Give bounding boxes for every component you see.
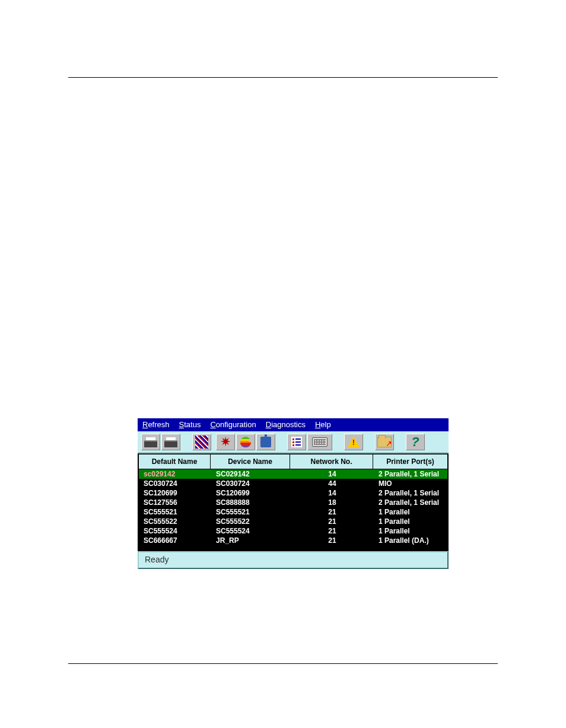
menu-status[interactable]: Status bbox=[179, 420, 201, 429]
novell-icon bbox=[220, 436, 231, 448]
toolbar: ↗ ? bbox=[138, 431, 449, 454]
toolbar-connect-button[interactable] bbox=[141, 434, 160, 450]
connect-icon bbox=[144, 437, 157, 447]
lanman-icon bbox=[260, 437, 271, 447]
menu-configuration[interactable]: Configuration bbox=[210, 420, 256, 429]
cell-default-name: SC127556 bbox=[139, 498, 211, 507]
cell-printer-ports: 2 Parallel, 1 Serial bbox=[374, 469, 447, 479]
apple-icon bbox=[240, 437, 251, 447]
cell-device-name: JR_RP bbox=[211, 536, 291, 545]
cell-device-name: SC555524 bbox=[211, 526, 291, 536]
cell-default-name: sc029142 bbox=[139, 469, 211, 479]
open-folder-icon: ↗ bbox=[377, 437, 392, 447]
cell-network-no: 18 bbox=[291, 498, 374, 507]
cell-device-name: SC555522 bbox=[211, 517, 291, 526]
list-icon bbox=[291, 437, 302, 447]
toolbar-list-button[interactable] bbox=[287, 434, 306, 450]
cell-network-no: 21 bbox=[291, 526, 374, 536]
toolbar-apple-button[interactable] bbox=[236, 434, 255, 450]
cell-printer-ports: 1 Parallel bbox=[374, 517, 447, 526]
cell-network-no: 14 bbox=[291, 488, 374, 498]
menu-refresh[interactable]: Refresh bbox=[142, 420, 170, 429]
cell-network-no: 44 bbox=[291, 479, 374, 488]
header-device-name[interactable]: Device Name bbox=[210, 454, 290, 469]
table-row[interactable]: SC555524SC555524211 Parallel bbox=[139, 526, 447, 536]
network-icon bbox=[195, 435, 208, 449]
table-row[interactable]: SC555522SC555522211 Parallel bbox=[139, 517, 447, 526]
table-row[interactable]: SC666667JR_RP211 Parallel (DA.) bbox=[139, 536, 447, 545]
table-row[interactable]: SC030724SC03072444MIO bbox=[139, 479, 447, 488]
cell-default-name: SC120699 bbox=[139, 488, 211, 498]
toolbar-open-button[interactable]: ↗ bbox=[375, 434, 394, 450]
cell-printer-ports: 2 Parallel, 1 Serial bbox=[374, 498, 447, 507]
cell-printer-ports: MIO bbox=[374, 479, 447, 488]
cell-default-name: SC030724 bbox=[139, 479, 211, 488]
cell-device-name: SC120699 bbox=[211, 488, 291, 498]
menu-configuration-label: onfiguration bbox=[216, 420, 256, 429]
header-network-no[interactable]: Network No. bbox=[290, 454, 373, 469]
cell-network-no: 14 bbox=[291, 469, 374, 479]
menu-refresh-label: efresh bbox=[148, 420, 169, 429]
cell-network-no: 21 bbox=[291, 536, 374, 545]
header-default-name[interactable]: Default Name bbox=[138, 454, 210, 469]
page-divider-top bbox=[68, 77, 498, 78]
table-row[interactable]: SC127556SC888888182 Parallel, 1 Serial bbox=[139, 498, 447, 507]
toolbar-help-button[interactable]: ? bbox=[406, 434, 425, 450]
cell-default-name: SC555521 bbox=[139, 507, 211, 517]
menu-bar: Refresh Status Configuration Diagnostics… bbox=[138, 418, 449, 431]
menu-diagnostics[interactable]: Diagnostics bbox=[266, 420, 306, 429]
cell-device-name: SC030724 bbox=[211, 479, 291, 488]
toolbar-diagnostics-button[interactable] bbox=[344, 434, 363, 450]
menu-diagnostics-label: iagnostics bbox=[271, 420, 306, 429]
table-row[interactable]: sc029142SC029142142 Parallel, 1 Serial bbox=[139, 469, 447, 479]
toolbar-keyboard-button[interactable] bbox=[307, 434, 332, 450]
column-headers: Default Name Device Name Network No. Pri… bbox=[138, 454, 449, 469]
cell-device-name: SC888888 bbox=[211, 498, 291, 507]
diagnostics-icon bbox=[348, 437, 360, 447]
help-icon: ? bbox=[411, 434, 419, 450]
cell-device-name: SC555521 bbox=[211, 507, 291, 517]
cell-default-name: SC666667 bbox=[139, 536, 211, 545]
menu-status-label: tatus bbox=[184, 420, 201, 429]
cell-default-name: SC555522 bbox=[139, 517, 211, 526]
print-icon bbox=[164, 437, 177, 447]
cell-network-no: 21 bbox=[291, 517, 374, 526]
table-row[interactable]: SC555521SC555521211 Parallel bbox=[139, 507, 447, 517]
device-list: sc029142SC029142142 Parallel, 1 SerialSC… bbox=[138, 469, 449, 551]
status-bar: Ready bbox=[138, 551, 449, 569]
toolbar-lanman-button[interactable] bbox=[256, 434, 275, 450]
toolbar-print-button[interactable] bbox=[161, 434, 180, 450]
cell-printer-ports: 1 Parallel bbox=[374, 507, 447, 517]
table-row[interactable]: SC120699SC120699142 Parallel, 1 Serial bbox=[139, 488, 447, 498]
cell-device-name: SC029142 bbox=[211, 469, 291, 479]
header-printer-ports[interactable]: Printer Port(s) bbox=[373, 454, 449, 469]
menu-help-label: elp bbox=[320, 420, 330, 429]
menu-help[interactable]: Help bbox=[315, 420, 331, 429]
cell-printer-ports: 1 Parallel bbox=[374, 526, 447, 536]
cell-network-no: 21 bbox=[291, 507, 374, 517]
toolbar-novell-button[interactable] bbox=[216, 434, 235, 450]
cell-printer-ports: 1 Parallel (DA.) bbox=[374, 536, 447, 545]
keyboard-icon bbox=[312, 437, 327, 447]
page-divider-bottom bbox=[68, 663, 498, 664]
app-window: Refresh Status Configuration Diagnostics… bbox=[138, 418, 449, 569]
cell-printer-ports: 2 Parallel, 1 Serial bbox=[374, 488, 447, 498]
toolbar-network-button[interactable] bbox=[192, 434, 211, 450]
cell-default-name: SC555524 bbox=[139, 526, 211, 536]
status-text: Ready bbox=[145, 555, 168, 564]
